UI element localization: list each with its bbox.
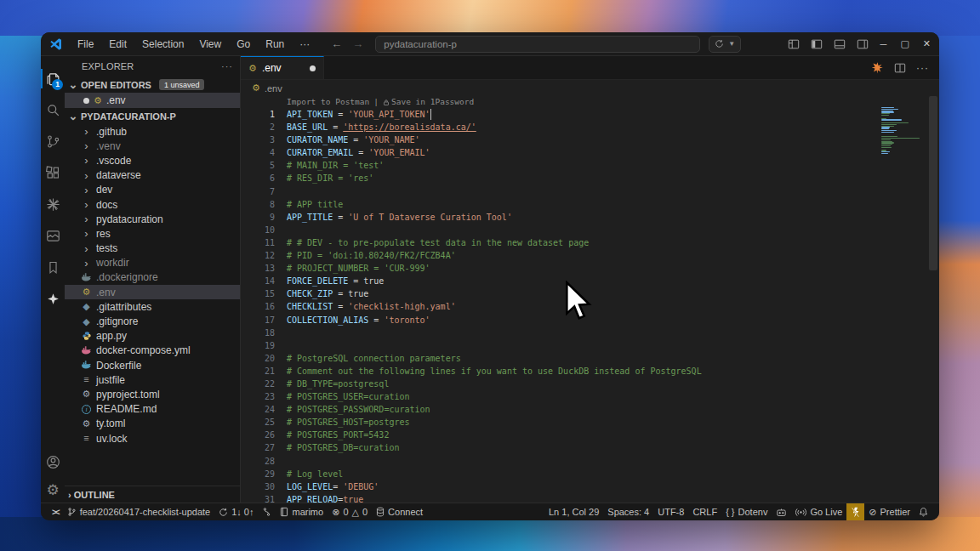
code-line-11[interactable]: 11# # DEV - to pre-populate test data in… <box>241 236 939 249</box>
code-area[interactable]: Import to Postman | Save in 1Password 1A… <box>241 96 939 503</box>
split-editor-icon[interactable] <box>894 62 906 74</box>
status-utf-8[interactable]: UTF-8 <box>653 503 688 521</box>
explorer-icon[interactable]: 1 <box>41 63 65 94</box>
status-robot[interactable] <box>772 503 791 521</box>
status-remote[interactable]: >< <box>48 503 63 521</box>
tree-item-.github[interactable]: ›.github <box>65 124 240 139</box>
sync-dropdown-button[interactable]: ▼ <box>709 36 741 53</box>
tree-item-.gitattributes[interactable]: ◆.gitattributes <box>65 299 240 314</box>
menu-view[interactable]: View <box>193 37 227 52</box>
window-minimize-button[interactable]: ─ <box>880 39 887 49</box>
outline-section-header[interactable]: › OUTLINE <box>65 486 240 503</box>
account-icon[interactable] <box>45 454 61 473</box>
menu-more[interactable]: ··· <box>293 37 316 52</box>
tree-item-.dockerignore[interactable]: .dockerignore <box>65 270 240 285</box>
menu-go[interactable]: Go <box>231 37 256 52</box>
menu-edit[interactable]: Edit <box>103 37 133 52</box>
code-line-23[interactable]: 23# POSTGRES_USER=curation <box>241 390 939 403</box>
codelens-import-postman[interactable]: Import to Postman <box>287 96 369 108</box>
minimap[interactable] <box>881 107 924 155</box>
tree-item-.env[interactable]: ⚙.env <box>65 285 240 299</box>
status-git-graph[interactable] <box>258 503 276 521</box>
tab-env[interactable]: ⚙ .env <box>241 56 324 79</box>
editor-more-actions[interactable]: ··· <box>916 62 929 74</box>
status-database[interactable]: Connect <box>372 503 427 521</box>
code-line-26[interactable]: 26# POSTGRES_PORT=5432 <box>241 429 939 441</box>
window-maximize-button[interactable]: ▢ <box>900 38 909 49</box>
nav-back-icon[interactable]: ← <box>331 37 342 50</box>
settings-gear-icon[interactable]: ⚙ <box>46 483 59 497</box>
code-line-29[interactable]: 29# Log level <box>241 468 939 480</box>
command-center-search[interactable]: pydatacuration-p <box>375 36 700 53</box>
code-line-19[interactable]: 19 <box>241 339 939 352</box>
code-line-25[interactable]: 25# POSTGRES_HOST=postgres <box>241 416 939 429</box>
status-broadcast[interactable]: Go Live <box>791 503 846 521</box>
toggle-primary-sidebar-icon[interactable] <box>811 38 823 50</box>
menu-file[interactable]: File <box>71 37 100 52</box>
status-ln-1-col-29[interactable]: Ln 1, Col 29 <box>544 503 603 521</box>
project-root-header[interactable]: ⌄ PYDATACURATION-P <box>65 108 240 124</box>
tree-item-docs[interactable]: ›docs <box>65 197 240 212</box>
explorer-more-actions[interactable]: ··· <box>221 61 233 71</box>
status-git-branch[interactable]: feat/20260417-checklist-update <box>63 503 215 521</box>
status-zap-off[interactable] <box>846 503 864 521</box>
tree-item-Dockerfile[interactable]: Dockerfile <box>65 358 240 372</box>
menu-run[interactable]: Run <box>259 37 290 52</box>
code-line-31[interactable]: 31APP_RELOAD=true <box>241 493 939 503</box>
code-line-8[interactable]: 8# APP title <box>241 198 939 211</box>
status-bell[interactable] <box>914 503 932 521</box>
status-notebook[interactable]: marimo <box>276 503 328 521</box>
toggle-secondary-sidebar-icon[interactable] <box>857 38 869 50</box>
tree-item-tests[interactable]: ›tests <box>65 241 240 256</box>
code-line-22[interactable]: 22# DB_TYPE=postgresql <box>241 378 939 390</box>
nav-forward-icon[interactable]: → <box>352 37 363 50</box>
status-crlf[interactable]: CRLF <box>688 503 721 521</box>
bookmark-icon[interactable] <box>41 252 65 283</box>
image-extension-icon[interactable] <box>41 220 65 252</box>
code-line-7[interactable]: 7 <box>241 185 939 198</box>
code-line-27[interactable]: 27# POSTGRES_DB=curation <box>241 441 939 454</box>
code-line-15[interactable]: 15CHECK_ZIP = true <box>241 287 939 300</box>
tree-item-justfile[interactable]: ≡justfile <box>65 372 240 387</box>
code-line-4[interactable]: 4CURATOR_EMAIL = 'YOUR_EMAIL' <box>241 146 939 159</box>
tree-item-workdir[interactable]: ›workdir <box>65 256 240 270</box>
tree-item-ty.toml[interactable]: ⚙ty.toml <box>65 417 240 431</box>
code-line-12[interactable]: 12# PID = 'doi:10.80240/FK2/FCZB4A' <box>241 249 939 262</box>
open-editors-header[interactable]: ⌄ OPEN EDITORS 1 unsaved <box>65 77 240 93</box>
menu-selection[interactable]: Selection <box>136 37 190 52</box>
tree-item-pyproject.toml[interactable]: ⚙pyproject.toml <box>65 387 240 401</box>
code-line-13[interactable]: 13# PROJECT_NUMBER = 'CUR-999' <box>241 262 939 275</box>
tree-item-uv.lock[interactable]: ≡uv.lock <box>65 431 240 446</box>
tree-item-.venv[interactable]: ›.venv <box>65 139 240 153</box>
status-slash-circle[interactable]: ⊘Prettier <box>864 503 914 521</box>
unsaved-dot-icon[interactable] <box>310 65 316 71</box>
status-sync[interactable]: 1↓ 0↑ <box>214 503 258 521</box>
sparkle-ai-icon[interactable] <box>41 283 65 315</box>
starburst-extension-icon[interactable] <box>41 189 65 220</box>
tree-item-README.md[interactable]: iREADME.md <box>65 402 240 417</box>
code-line-18[interactable]: 18 <box>241 327 939 339</box>
open-editor-env[interactable]: ⚙ .env <box>65 93 240 108</box>
code-line-5[interactable]: 5# MAIN_DIR = 'test' <box>241 159 939 172</box>
breadcrumb[interactable]: ⚙ .env <box>241 80 939 96</box>
window-close-button[interactable]: ✕ <box>923 38 931 49</box>
tree-item-.vscode[interactable]: ›.vscode <box>65 153 240 168</box>
code-line-30[interactable]: 30LOG_LEVEL= 'DEBUG' <box>241 480 939 493</box>
source-control-icon[interactable] <box>41 126 65 157</box>
code-line-17[interactable]: 17COLLECTION_ALIAS = 'toronto' <box>241 314 939 327</box>
tree-item-dataverse[interactable]: ›dataverse <box>65 168 240 183</box>
code-line-1[interactable]: 1API_TOKEN = 'YOUR_API_TOKEN' <box>241 108 939 121</box>
status-spaces-4[interactable]: Spaces: 4 <box>603 503 653 521</box>
code-line-28[interactable]: 28 <box>241 455 939 468</box>
toggle-panel-icon[interactable] <box>834 38 846 50</box>
tree-item-app.py[interactable]: app.py <box>65 329 240 344</box>
tree-item-docker-compose.yml[interactable]: docker-compose.yml <box>65 344 240 358</box>
search-icon[interactable] <box>41 94 65 126</box>
status-braces[interactable]: { }Dotenv <box>721 503 772 521</box>
customize-layout-icon[interactable] <box>788 38 800 50</box>
tree-item-dev[interactable]: ›dev <box>65 183 240 197</box>
tree-item-res[interactable]: ›res <box>65 226 240 241</box>
code-line-10[interactable]: 10 <box>241 224 939 236</box>
code-line-21[interactable]: 21# Comment out the following lines if y… <box>241 365 939 378</box>
code-line-14[interactable]: 14FORCE_DELETE = true <box>241 275 939 287</box>
